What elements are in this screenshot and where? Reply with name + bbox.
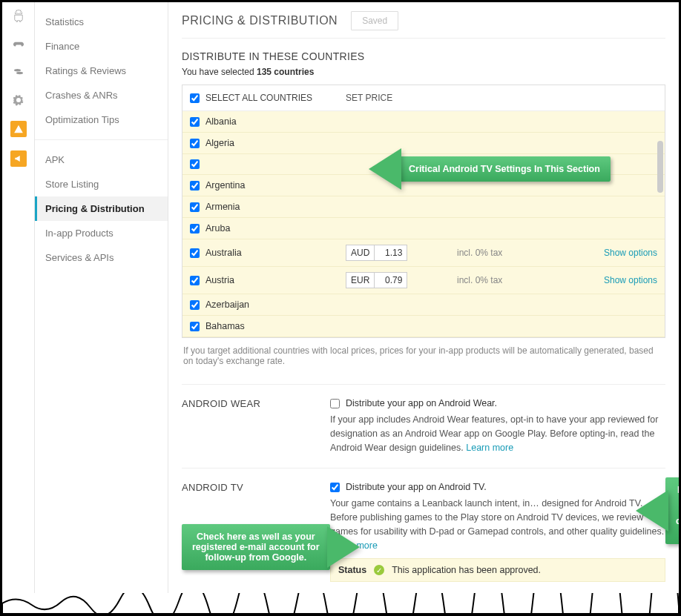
country-row: Argentina [182,175,665,196]
country-name: Austria [205,275,234,285]
price-value[interactable]: 0.79 [375,272,407,288]
android-wear-checkbox-label: Distribute your app on Android Wear. [346,398,497,408]
country-name: Australia [205,248,242,258]
selected-count-line: You have selected 135 countries [182,67,665,77]
price-currency: EUR [346,272,375,288]
coins-icon[interactable] [11,64,26,79]
country-checkbox[interactable] [190,202,200,212]
sidebar-item-crashes[interactable]: Crashes & ANRs [35,83,168,107]
show-options-link[interactable]: Show options [604,248,657,258]
android-tv-learn-more-link[interactable]: Learn more [330,540,378,551]
android-tv-row: ANDROID TV Distribute your app on Androi… [182,468,665,595]
android-wear-title: ANDROID WEAR [182,398,330,454]
android-tv-title: ANDROID TV [182,482,330,582]
android-tv-checkbox[interactable] [330,483,340,492]
country-checkbox[interactable] [190,248,200,258]
country-checkbox[interactable] [190,322,200,331]
select-all-checkbox[interactable] [190,93,200,103]
country-checkbox[interactable] [190,139,200,148]
country-row: Albania [182,111,665,133]
svg-point-2 [14,69,21,71]
country-row [182,154,665,175]
tax-label: incl. 0% tax [457,248,502,258]
android-wear-checkbox[interactable] [330,399,340,408]
android-wear-learn-more-link[interactable]: Learn more [466,443,513,453]
sidebar-item-finance[interactable]: Finance [35,34,168,59]
country-row: Armenia [182,196,665,218]
approved-check-icon [374,565,384,575]
status-label: Status [338,565,366,575]
country-row: Algeria [182,133,665,154]
sidebar-item-ratings[interactable]: Ratings & Reviews [35,59,168,83]
price-currency: AUD [346,245,375,261]
sidebar-item-statistics[interactable]: Statistics [35,10,168,34]
selected-count: 135 countries [257,67,314,77]
show-options-link[interactable]: Show options [604,275,657,285]
torn-edge-decoration [2,593,679,614]
announcement-badge-icon[interactable] [10,150,27,167]
country-table-header: SELECT ALL COUNTRIES SET PRICE [182,85,665,111]
android-tv-checkbox-label: Distribute your app on Android TV. [346,482,487,492]
country-name: Albania [205,116,237,127]
status-text: This application has been approved. [392,565,541,575]
select-all-label: SELECT ALL COUNTRIES [205,93,312,103]
sidebar-divider [35,139,168,140]
callout-check-this: Make sure you check this. [665,477,679,544]
svg-point-1 [19,12,20,13]
country-checkbox[interactable] [190,300,200,310]
android-wear-desc: If your app includes Android Wear featur… [330,413,665,454]
gear-icon[interactable] [11,93,26,107]
pricing-note: If you target additional countries with … [183,345,664,366]
android-tv-desc: Your game contains a Leanback launch int… [330,497,665,552]
country-name: Armenia [205,202,240,212]
svg-point-3 [16,72,23,74]
country-checkbox[interactable] [190,276,200,285]
alert-badge-icon[interactable] [10,121,27,137]
selected-prefix: You have selected [182,67,257,77]
country-table: SELECT ALL COUNTRIES SET PRICE AlbaniaAl… [182,85,665,338]
page-title: PRICING & DISTRIBUTION [182,14,338,27]
android-wear-row: ANDROID WEAR Distribute your app on Andr… [182,384,665,468]
icon-rail [2,2,35,614]
country-row: Bahamas [182,316,665,337]
set-price-label: SET PRICE [346,93,392,103]
country-checkbox[interactable] [190,117,200,127]
country-row: AustriaEUR0.79incl. 0% taxShow options [182,267,665,294]
main-content: PRICING & DISTRIBUTION Saved DISTRIBUTE … [168,2,679,614]
android-icon[interactable] [11,8,26,23]
scrollbar-thumb[interactable] [657,141,663,193]
country-checkbox[interactable] [190,224,200,234]
sidebar-item-services[interactable]: Services & APIs [35,245,168,270]
sidebar: StatisticsFinanceRatings & ReviewsCrashe… [35,2,168,614]
price-value[interactable]: 1.13 [375,245,407,261]
country-row: Azerbaijan [182,294,665,316]
country-checkbox[interactable] [190,181,200,191]
country-name: Algeria [205,138,234,148]
country-name: Aruba [205,223,230,234]
sidebar-item-pricing[interactable]: Pricing & Distribution [35,196,168,221]
sidebar-item-apk[interactable]: APK [35,148,168,172]
android-tv-status-box: Status This application has been approve… [330,558,665,582]
sidebar-item-iap[interactable]: In-app Products [35,221,168,245]
country-name: Argentina [205,180,246,191]
country-checkbox[interactable] [190,159,200,169]
country-name: Azerbaijan [205,299,249,310]
country-row: AustraliaAUD1.13incl. 0% taxShow options [182,239,665,267]
sidebar-item-store-listing[interactable]: Store Listing [35,172,168,196]
country-row: Aruba [182,218,665,239]
tax-label: incl. 0% tax [457,275,502,285]
saved-chip: Saved [351,11,398,30]
sidebar-item-optimization[interactable]: Optimization Tips [35,107,168,132]
gamepad-icon[interactable] [11,36,26,51]
distribute-section-title: DISTRIBUTE IN THESE COUNTRIES [182,50,665,62]
svg-point-0 [16,12,17,13]
country-name: Bahamas [205,321,245,331]
country-scroll[interactable]: AlbaniaAlgeriaArgentinaArmeniaArubaAustr… [182,111,665,337]
